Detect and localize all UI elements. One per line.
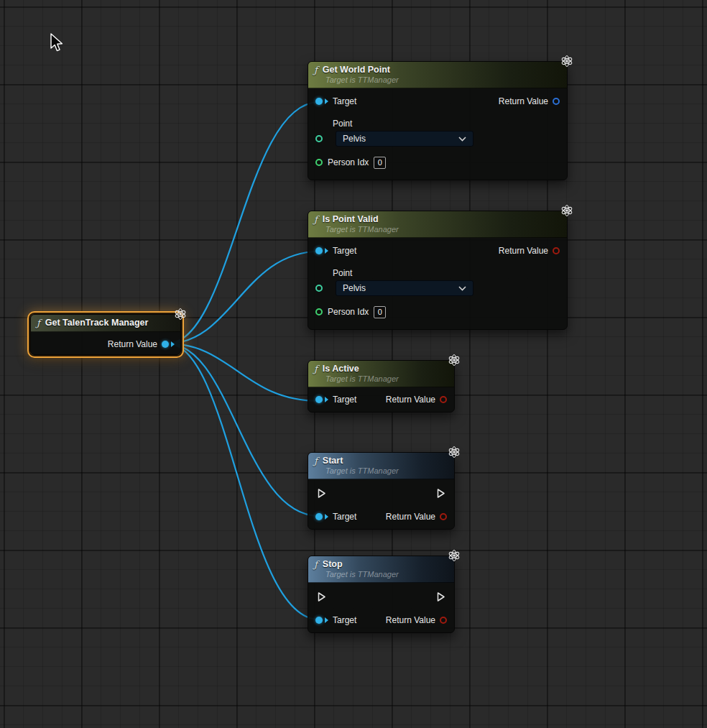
node-header[interactable]: ƒ Is Active Target is TTManager: [308, 361, 454, 387]
node-subtitle: Target is TTManager: [325, 466, 447, 475]
point-dropdown-value: Pelvis: [343, 134, 366, 144]
return-value-pin[interactable]: [553, 98, 560, 105]
node-is-point-valid[interactable]: ƒ Is Point Valid Target is TTManager Tar…: [308, 211, 568, 330]
node-header[interactable]: ƒ Start Target is TTManager: [308, 453, 454, 479]
return-value-label: Return Value: [499, 246, 548, 256]
node-subtitle: Target is TTManager: [325, 75, 560, 84]
target-label: Target: [333, 615, 356, 625]
exec-in-pin[interactable]: [317, 488, 326, 499]
atom-icon: [448, 446, 461, 459]
wire-to-stop[interactable]: [167, 344, 319, 619]
atom-icon: [174, 308, 187, 321]
node-header[interactable]: ƒ Is Point Valid Target is TTManager: [308, 211, 567, 238]
atom-icon: [448, 549, 461, 562]
exec-in-pin[interactable]: [317, 591, 326, 602]
exec-out-pin[interactable]: [436, 591, 445, 602]
target-label: Target: [333, 395, 356, 405]
node-title: Start: [323, 456, 343, 466]
atom-icon: [560, 204, 573, 217]
node-title: Is Active: [323, 364, 359, 374]
target-pin[interactable]: [315, 617, 323, 624]
return-value-pin[interactable]: [440, 396, 447, 403]
node-header[interactable]: ƒ Get TalenTrack Manager: [31, 315, 180, 332]
point-dropdown[interactable]: Pelvis: [336, 280, 473, 296]
person-idx-pin[interactable]: [315, 159, 323, 166]
node-title: Stop: [323, 559, 343, 569]
mouse-cursor: [49, 32, 65, 54]
atom-icon: [560, 55, 573, 68]
target-pin[interactable]: [315, 98, 323, 105]
return-value-label: Return Value: [108, 339, 157, 349]
point-pin[interactable]: [315, 285, 323, 292]
target-pin[interactable]: [315, 247, 323, 254]
node-header[interactable]: ƒ Stop Target is TTManager: [308, 556, 454, 583]
pin-wedge-icon: [171, 341, 175, 347]
return-value-label: Return Value: [386, 395, 435, 405]
node-header[interactable]: ƒ Get World Point Target is TTManager: [308, 62, 567, 88]
chevron-down-icon: [458, 286, 466, 291]
node-start[interactable]: ƒ Start Target is TTManager Target Retur…: [308, 452, 455, 530]
target-label: Target: [333, 246, 356, 256]
chevron-down-icon: [458, 137, 466, 142]
point-dropdown-value: Pelvis: [343, 283, 366, 293]
function-icon: ƒ: [314, 65, 318, 75]
point-dropdown[interactable]: Pelvis: [336, 131, 473, 147]
function-icon: ƒ: [314, 215, 318, 224]
node-title: Get World Point: [323, 65, 390, 75]
return-value-pin[interactable]: [162, 341, 169, 348]
function-icon: ƒ: [314, 364, 318, 374]
target-label: Target: [333, 96, 356, 106]
person-idx-label: Person Idx: [328, 157, 369, 167]
return-value-label: Return Value: [386, 512, 435, 522]
pin-wedge-icon: [325, 514, 328, 520]
exec-out-pin[interactable]: [436, 488, 445, 499]
node-get-world-point[interactable]: ƒ Get World Point Target is TTManager Ta…: [308, 61, 568, 180]
target-label: Target: [333, 512, 356, 522]
function-icon: ƒ: [314, 560, 318, 569]
person-idx-input[interactable]: 0: [374, 157, 386, 169]
node-title: Get TalenTrack Manager: [45, 318, 149, 328]
pin-wedge-icon: [325, 98, 328, 104]
person-idx-input[interactable]: 0: [374, 306, 386, 318]
node-title: Is Point Valid: [323, 214, 379, 224]
return-value-pin[interactable]: [440, 513, 447, 520]
wire-to-get-world-point[interactable]: [167, 102, 319, 344]
person-idx-label: Person Idx: [328, 307, 369, 317]
pin-wedge-icon: [325, 397, 328, 402]
node-subtitle: Target is TTManager: [325, 570, 447, 579]
target-pin[interactable]: [315, 513, 323, 520]
return-value-label: Return Value: [386, 615, 435, 625]
return-value-pin[interactable]: [440, 617, 447, 624]
pin-wedge-icon: [325, 248, 328, 254]
node-get-talentrack-manager[interactable]: ƒ Get TalenTrack Manager Return Value: [30, 314, 181, 355]
point-label: Point: [333, 268, 567, 278]
node-stop[interactable]: ƒ Stop Target is TTManager Target Return…: [308, 556, 455, 633]
function-icon: ƒ: [314, 456, 318, 466]
point-pin[interactable]: [315, 135, 323, 142]
pin-wedge-icon: [325, 617, 328, 623]
node-subtitle: Target is TTManager: [325, 374, 447, 383]
function-icon: ƒ: [37, 318, 40, 328]
target-pin[interactable]: [315, 396, 323, 403]
return-value-pin[interactable]: [553, 247, 560, 254]
person-idx-pin[interactable]: [315, 308, 323, 315]
wire-to-start[interactable]: [167, 344, 319, 516]
node-is-active[interactable]: ƒ Is Active Target is TTManager Target R…: [308, 360, 455, 413]
return-value-label: Return Value: [499, 96, 548, 106]
node-subtitle: Target is TTManager: [325, 225, 560, 234]
point-label: Point: [333, 119, 567, 129]
wire-to-is-point-valid[interactable]: [167, 252, 319, 344]
atom-icon: [448, 354, 461, 367]
